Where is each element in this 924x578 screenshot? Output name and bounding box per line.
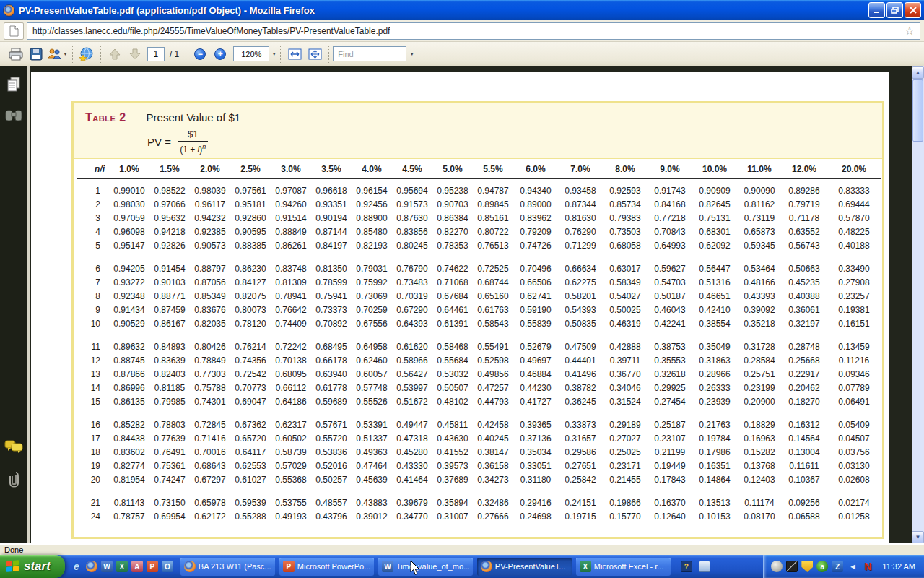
table-row: 170.844380.776390.714160.657200.605020.5… (77, 432, 881, 446)
table-row: 120.887450.836390.788490.743560.701380.6… (77, 354, 881, 368)
email-dropdown-icon[interactable]: ▼ (63, 51, 68, 56)
pv-cell: 0.15282 (737, 446, 782, 460)
scroll-thumb[interactable] (912, 79, 923, 142)
taskbar-button-ba-213-w11-pasc[interactable]: BA 213 W11 (Pasc... (180, 558, 275, 576)
pv-cell: 0.76290 (558, 225, 603, 239)
table-row: 240.787570.699540.621720.552880.491930.4… (77, 510, 881, 524)
pdf-page: Table 2 Present Value of $1 PV = $1 (1 +… (31, 72, 889, 543)
pv-cell: 0.90595 (230, 225, 271, 239)
quick-launch-access-icon[interactable]: A (131, 561, 143, 572)
pv-cell: 0.13459 (827, 331, 881, 354)
web-search-button[interactable] (77, 44, 97, 64)
pv-cell: 0.79209 (513, 225, 558, 239)
pv-cell: 0.05409 (827, 409, 881, 432)
table-row: 160.852820.788030.728450.673620.623170.5… (77, 409, 881, 432)
pv-cell: 0.81185 (149, 381, 190, 395)
taskbar-button-microsoft-powerpo[interactable]: PMicrosoft PowerPo... (279, 558, 374, 576)
taskbar-button-time-value-of-mo[interactable]: WTime_value_of_mo... (378, 558, 473, 576)
pv-cell: 0.98522 (149, 178, 190, 198)
next-page-button[interactable] (125, 44, 145, 64)
taskbar-button-microsoft-excel-r[interactable]: XMicrosoft Excel - r... (576, 558, 671, 576)
tray-shield-icon[interactable] (801, 561, 813, 572)
pv-cell: 0.47257 (473, 381, 513, 395)
pv-cell: 0.67684 (432, 290, 473, 303)
page-input[interactable]: 1 (147, 47, 165, 61)
quick-launch-firefox-icon[interactable] (86, 561, 97, 572)
fit-width-button[interactable] (284, 44, 305, 64)
find-input[interactable]: Find (333, 46, 406, 61)
pv-cell: 0.01258 (827, 510, 881, 524)
pv-cell: 0.58739 (271, 446, 311, 460)
formula-equals: = (165, 136, 171, 148)
pv-cell: 0.58543 (473, 317, 513, 331)
previous-page-button[interactable] (105, 44, 125, 64)
pv-cell: 0.83602 (109, 446, 149, 460)
close-button[interactable] (905, 2, 921, 18)
print-button[interactable] (6, 44, 26, 64)
pv-cell: 0.68058 (603, 239, 648, 253)
save-button[interactable] (26, 44, 46, 64)
pv-cell: 0.26333 (692, 381, 737, 395)
pv-cell: 0.42241 (648, 317, 692, 331)
pv-cell: 0.95147 (109, 239, 149, 253)
pages-tab[interactable] (6, 77, 22, 93)
page-proxy-icon[interactable] (4, 22, 24, 40)
find-dropdown-icon[interactable]: ▼ (409, 51, 414, 56)
quick-launch-excel-icon[interactable]: X (116, 561, 128, 572)
zoom-dropdown-icon[interactable]: ▼ (271, 51, 276, 56)
taskbar-button-pv-presentvaluet[interactable]: PV-PresentValueT... (477, 558, 572, 576)
pv-cell: 0.20462 (782, 381, 827, 395)
tray-zupdate-icon[interactable]: Z (832, 561, 843, 572)
pv-cell: 0.97087 (271, 178, 311, 198)
pdf-canvas: Table 2 Present Value of $1 PV = $1 (1 +… (30, 66, 924, 543)
tray-tools-icon[interactable] (786, 561, 798, 572)
pv-cell: 0.91514 (271, 212, 311, 225)
attachments-tab[interactable] (7, 470, 20, 490)
quick-launch-outlook-icon[interactable]: O (162, 561, 173, 572)
display-icon[interactable] (699, 561, 710, 572)
pv-cell: 0.53755 (271, 487, 311, 510)
vertical-scrollbar[interactable]: ▲ ▼ (912, 66, 924, 543)
pv-cell: 0.25751 (737, 368, 782, 381)
zoom-out-button[interactable]: − (190, 44, 210, 64)
search-tab[interactable] (5, 109, 22, 121)
pv-cell: 0.93458 (558, 178, 603, 198)
status-text: Done (4, 545, 23, 554)
restore-button[interactable] (886, 2, 903, 18)
scroll-down-icon[interactable]: ▼ (912, 531, 924, 543)
table-row: 210.811430.731500.659780.595390.537550.4… (77, 487, 881, 510)
scroll-track[interactable] (912, 142, 924, 531)
pv-cell: 0.87630 (392, 212, 432, 225)
pv-cell: 0.60057 (352, 368, 392, 381)
pv-cell: 0.92860 (230, 212, 271, 225)
start-button[interactable]: start (0, 555, 65, 578)
minimize-button[interactable] (868, 2, 885, 18)
email-button[interactable]: ▼ (46, 44, 69, 64)
bookmark-star-icon[interactable]: ☆ (905, 25, 915, 37)
pv-cell: 0.82075 (230, 290, 271, 303)
quick-launch-powerpoint-icon[interactable]: P (147, 561, 158, 572)
tray-messenger-icon[interactable] (771, 561, 783, 572)
zoom-level-select[interactable]: 120% (233, 46, 269, 61)
pv-cell: 0.23257 (827, 290, 881, 303)
comments-tab[interactable] (4, 440, 23, 454)
pv-cell: 0.81630 (558, 212, 603, 225)
quick-launch-ie-icon[interactable]: e (71, 561, 82, 572)
pv-cell: 0.90529 (109, 317, 149, 331)
help-icon[interactable]: ? (681, 561, 692, 572)
tray-volume-icon[interactable]: ◄ (847, 561, 858, 572)
pv-cell: 0.92385 (190, 225, 230, 239)
tray-novell-icon[interactable]: N (862, 561, 873, 572)
pv-cell: 0.55491 (473, 331, 513, 354)
pv-col-header: 8.0% (603, 159, 648, 178)
zoom-in-button[interactable]: + (210, 44, 230, 64)
scroll-up-icon[interactable]: ▲ (912, 66, 924, 79)
tray-antivirus-icon[interactable]: a (816, 561, 828, 572)
pv-cell: 0.70496 (513, 253, 558, 276)
up-arrow-icon (108, 48, 121, 61)
quick-launch-word-icon[interactable]: W (101, 561, 113, 572)
pv-row-label: 24 (77, 510, 109, 524)
url-input[interactable]: http://classes.lanecc.edu/file.php/24555… (27, 22, 920, 40)
fit-page-button[interactable] (305, 44, 325, 64)
pv-cell: 0.22917 (782, 368, 827, 381)
